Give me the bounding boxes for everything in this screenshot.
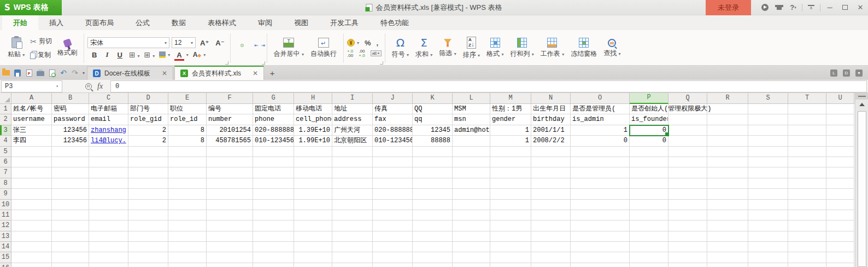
cell-T3[interactable] <box>788 125 826 136</box>
freeze-panes-button[interactable]: 冻结窗格 <box>567 37 600 60</box>
cell-A15[interactable] <box>11 252 52 263</box>
cell-D1[interactable]: 部门号 <box>128 104 168 114</box>
cell-O10[interactable] <box>571 200 630 210</box>
column-header-N[interactable]: N <box>531 93 571 104</box>
cell-K4[interactable]: 88888 <box>413 136 453 146</box>
cell-U2[interactable] <box>826 114 854 125</box>
cell-I16[interactable] <box>332 263 373 267</box>
cell-G6[interactable] <box>253 157 294 167</box>
cell-H8[interactable] <box>294 178 332 189</box>
cell-H12[interactable] <box>294 220 332 231</box>
column-header-A[interactable]: A <box>11 93 52 104</box>
cell-R3[interactable] <box>707 125 748 136</box>
cell-E2[interactable]: role_id <box>168 114 207 125</box>
cell-K6[interactable] <box>413 157 453 167</box>
cell-K1[interactable]: QQ <box>413 104 453 114</box>
cell-H13[interactable] <box>294 231 332 242</box>
cell-C9[interactable] <box>89 189 128 199</box>
cell-R13[interactable] <box>707 231 748 242</box>
row-header-6[interactable]: 6 <box>0 157 11 167</box>
cell-I9[interactable] <box>332 189 373 199</box>
cell-U5[interactable] <box>826 147 854 157</box>
cell-L13[interactable] <box>453 231 490 242</box>
column-header-D[interactable]: D <box>128 93 168 104</box>
cell-R14[interactable] <box>707 242 748 252</box>
cell-O13[interactable] <box>571 231 630 242</box>
cell-Q13[interactable] <box>668 231 707 242</box>
cell-J11[interactable] <box>373 210 413 220</box>
cell-U13[interactable] <box>826 231 854 242</box>
justify-button[interactable] <box>254 49 257 53</box>
row-header-13[interactable]: 13 <box>0 231 11 242</box>
cell-I14[interactable] <box>332 242 373 252</box>
cell-O6[interactable] <box>571 157 630 167</box>
cell-G13[interactable] <box>253 231 294 242</box>
cell-J7[interactable] <box>373 167 413 178</box>
cell-Q8[interactable] <box>668 178 707 189</box>
cell-K3[interactable]: 12345 <box>413 125 453 136</box>
cell-S14[interactable] <box>748 242 788 252</box>
column-header-M[interactable]: M <box>490 93 531 104</box>
align-left-button[interactable] <box>234 49 237 53</box>
ribbon-tab-1[interactable]: 插入 <box>38 15 74 30</box>
cell-K10[interactable] <box>413 200 453 210</box>
login-button[interactable]: 未登录 <box>706 0 751 15</box>
cell-P6[interactable] <box>630 157 668 167</box>
align-bottom-button[interactable] <box>247 44 250 47</box>
cell-H15[interactable] <box>294 252 332 263</box>
cell-R15[interactable] <box>707 252 748 263</box>
cell-T11[interactable] <box>788 210 826 220</box>
cell-L16[interactable] <box>453 263 490 267</box>
ribbon-tab-6[interactable]: 审阅 <box>247 15 283 30</box>
row-header-2[interactable]: 2 <box>0 114 11 125</box>
cell-N6[interactable] <box>531 157 571 167</box>
cell-N1[interactable]: 出生年月日 <box>531 104 571 114</box>
cell-P8[interactable] <box>630 178 668 189</box>
skin-icon[interactable] <box>772 0 786 15</box>
cell-T5[interactable] <box>788 147 826 157</box>
decrease-decimal-button[interactable]: .00+.0 <box>359 49 365 58</box>
cell-U6[interactable] <box>826 157 854 167</box>
tab-docer[interactable]: D Docer-在线模板 ✕ <box>87 66 173 80</box>
number-dialog-launcher[interactable] <box>380 61 383 65</box>
formula-input[interactable]: 0 <box>110 80 867 92</box>
vertical-scrollbar[interactable] <box>855 93 868 267</box>
cell-T12[interactable] <box>788 220 826 231</box>
symbol-button[interactable]: Ω 符号 ▾ <box>389 36 412 60</box>
cell-N12[interactable] <box>531 220 571 231</box>
cell-H2[interactable]: cell_phone <box>294 114 332 125</box>
cell-A14[interactable] <box>11 242 52 252</box>
cell-G5[interactable] <box>253 147 294 157</box>
ribbon-tab-2[interactable]: 页面布局 <box>74 15 125 30</box>
cell-G11[interactable] <box>253 210 294 220</box>
help-icon[interactable]: ?▾ <box>786 0 800 15</box>
cell-A3[interactable]: 张三 <box>11 125 52 136</box>
cell-M11[interactable] <box>490 210 531 220</box>
cell-P3[interactable]: 0 <box>630 125 668 136</box>
row-header-5[interactable]: 5 <box>0 147 11 157</box>
cell-D10[interactable] <box>128 200 168 210</box>
column-header-H[interactable]: H <box>294 93 332 104</box>
cell-K5[interactable] <box>413 147 453 157</box>
cell-J4[interactable]: 010-123456 <box>373 136 413 146</box>
cell-K8[interactable] <box>413 178 453 189</box>
cell-O9[interactable] <box>571 189 630 199</box>
cell-F10[interactable] <box>207 200 253 210</box>
cell-R1[interactable] <box>707 104 748 114</box>
cell-A16[interactable] <box>11 263 52 267</box>
cell-E4[interactable]: 8 <box>168 136 207 146</box>
docer-mini-icon[interactable]: D <box>843 69 850 77</box>
cell-P4[interactable]: 0 <box>630 136 668 146</box>
close-button[interactable]: ✕ <box>853 0 868 15</box>
cell-S7[interactable] <box>748 167 788 178</box>
cell-K2[interactable]: qq <box>413 114 453 125</box>
cell-C8[interactable] <box>89 178 128 189</box>
cell-O11[interactable] <box>571 210 630 220</box>
cell-S13[interactable] <box>748 231 788 242</box>
column-header-F[interactable]: F <box>207 93 253 104</box>
cell-J15[interactable] <box>373 252 413 263</box>
cell-J16[interactable] <box>373 263 413 267</box>
tab-current-workbook[interactable]: X 会员资料样式.xls ✕ <box>174 66 264 80</box>
cell-A8[interactable] <box>11 178 52 189</box>
cell-L3[interactable]: admin@hot <box>453 125 490 136</box>
